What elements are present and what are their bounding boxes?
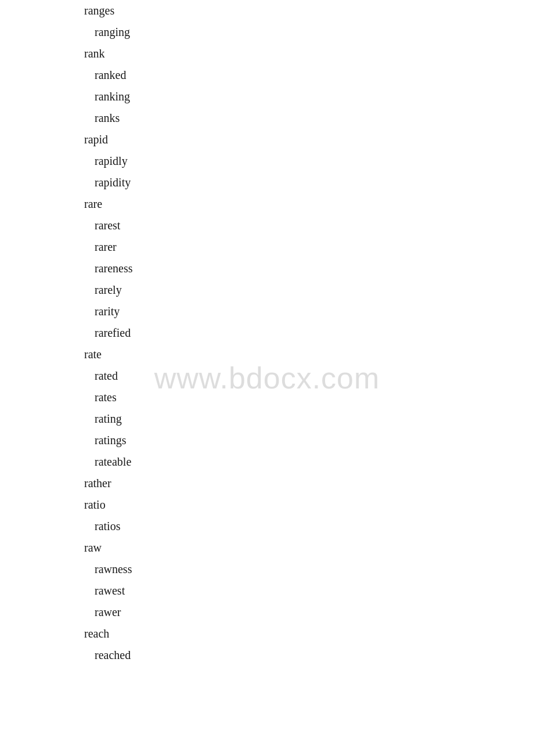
list-item: ranging	[84, 21, 534, 43]
list-item: rating	[84, 408, 534, 430]
list-item: raw	[84, 537, 534, 559]
list-item: reach	[84, 623, 534, 645]
list-item: rates	[84, 387, 534, 408]
list-item: ranks	[84, 107, 534, 129]
list-item: rawer	[84, 602, 534, 623]
list-item: rawest	[84, 580, 534, 602]
list-item: rate	[84, 344, 534, 365]
list-item: rare	[84, 193, 534, 215]
word-list: rangesrangingrankrankedrankingranksrapid…	[0, 0, 534, 666]
list-item: rareness	[84, 258, 534, 279]
list-item: ratios	[84, 516, 534, 537]
list-item: rateable	[84, 451, 534, 473]
list-item: rarer	[84, 236, 534, 258]
list-item: reached	[84, 645, 534, 666]
list-item: rapidity	[84, 172, 534, 193]
list-item: rated	[84, 365, 534, 387]
list-item: ranked	[84, 64, 534, 86]
list-item: rather	[84, 473, 534, 494]
list-item: rarely	[84, 279, 534, 301]
list-item: ratio	[84, 494, 534, 516]
list-item: rapidly	[84, 150, 534, 172]
list-item: rarest	[84, 215, 534, 236]
list-item: ratings	[84, 430, 534, 451]
list-item: rawness	[84, 559, 534, 580]
list-item: rank	[84, 43, 534, 64]
list-item: rarity	[84, 301, 534, 322]
list-item: ranges	[84, 0, 534, 21]
list-item: rapid	[84, 129, 534, 150]
list-item: rarefied	[84, 322, 534, 344]
list-item: ranking	[84, 86, 534, 107]
